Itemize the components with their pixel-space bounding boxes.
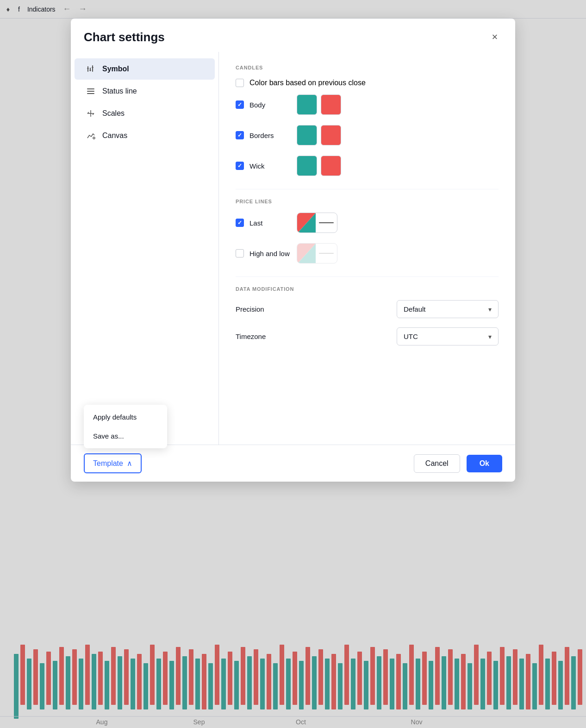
- candles-section: CANDLES Color bars based on previous clo…: [236, 65, 499, 176]
- high-low-swatch-line: [316, 253, 337, 254]
- apply-defaults-item[interactable]: Apply defaults: [84, 408, 167, 427]
- svg-rect-1: [90, 68, 91, 71]
- svg-point-13: [93, 137, 95, 139]
- svg-rect-4: [89, 70, 91, 71]
- last-swatch[interactable]: [297, 213, 337, 233]
- price-lines-section: PRICE LINES Last: [236, 199, 499, 264]
- last-label: Last: [249, 219, 291, 227]
- chart-settings-dialog: Chart settings × Symbol: [71, 19, 515, 482]
- dialog-footer: Apply defaults Save as... Template ∧ Can…: [71, 445, 515, 482]
- svg-rect-5: [92, 67, 94, 68]
- body-swatches: [297, 94, 341, 115]
- wick-checkbox[interactable]: [236, 162, 244, 170]
- borders-label: Borders: [249, 132, 291, 139]
- last-line-inner: [319, 222, 334, 223]
- wick-swatches: [297, 156, 341, 176]
- timezone-dropdown[interactable]: UTC ▾: [397, 327, 499, 345]
- sidebar: Symbol Status line: [71, 52, 219, 445]
- section-separator-2: [236, 276, 499, 277]
- borders-color-red[interactable]: [321, 125, 341, 145]
- last-swatch-color: [297, 213, 316, 232]
- high-low-swatch[interactable]: [297, 243, 337, 264]
- sidebar-label-symbol: Symbol: [102, 65, 129, 73]
- svg-rect-2: [92, 65, 93, 72]
- sidebar-label-scales: Scales: [102, 109, 125, 118]
- candles-section-label: CANDLES: [236, 65, 499, 70]
- last-checkbox[interactable]: [236, 219, 244, 227]
- footer-actions: Cancel Ok: [414, 454, 502, 473]
- body-label: Body: [249, 101, 291, 109]
- high-low-checkbox[interactable]: [236, 249, 244, 257]
- status-line-icon: [86, 86, 96, 96]
- sidebar-item-symbol[interactable]: Symbol: [75, 58, 215, 80]
- last-row: Last: [236, 213, 499, 233]
- save-as-item[interactable]: Save as...: [84, 427, 167, 446]
- template-button[interactable]: Template ∧: [84, 453, 142, 473]
- borders-color-green[interactable]: [297, 125, 317, 145]
- wick-color-red[interactable]: [321, 156, 341, 176]
- body-color-red[interactable]: [321, 94, 341, 115]
- template-label: Template: [93, 459, 123, 468]
- precision-row: Precision Default ▾: [236, 300, 499, 318]
- sidebar-item-scales[interactable]: Scales: [75, 103, 215, 124]
- precision-value: Default: [404, 305, 426, 313]
- main-content: CANDLES Color bars based on previous clo…: [219, 52, 515, 445]
- dialog-body: Symbol Status line: [71, 52, 515, 445]
- close-button[interactable]: ×: [487, 30, 502, 44]
- last-swatch-line: [316, 222, 337, 223]
- dialog-header: Chart settings ×: [71, 19, 515, 52]
- borders-row: Borders: [236, 125, 499, 145]
- precision-dropdown-arrow: ▾: [488, 306, 492, 313]
- timezone-row: Timezone UTC ▾: [236, 327, 499, 345]
- precision-dropdown[interactable]: Default ▾: [397, 300, 499, 318]
- timezone-dropdown-arrow: ▾: [488, 333, 492, 340]
- template-popup: Apply defaults Save as...: [84, 405, 167, 448]
- high-low-row: High and low: [236, 243, 499, 264]
- sidebar-item-status-line[interactable]: Status line: [75, 81, 215, 102]
- data-modification-section: DATA MODIFICATION Precision Default ▾ Ti…: [236, 286, 499, 345]
- svg-rect-0: [87, 66, 88, 72]
- borders-swatches: [297, 125, 341, 145]
- borders-checkbox[interactable]: [236, 131, 244, 139]
- svg-rect-8: [87, 93, 94, 94]
- high-low-swatch-color: [297, 244, 316, 263]
- precision-label: Precision: [236, 305, 291, 313]
- svg-rect-6: [87, 88, 94, 89]
- canvas-icon: [86, 131, 96, 141]
- cancel-button[interactable]: Cancel: [414, 454, 460, 473]
- body-color-green[interactable]: [297, 94, 317, 115]
- color-bars-checkbox[interactable]: [236, 79, 244, 87]
- ok-button[interactable]: Ok: [467, 455, 502, 472]
- svg-rect-3: [87, 68, 89, 69]
- dialog-title: Chart settings: [84, 30, 165, 44]
- body-checkbox[interactable]: [236, 100, 244, 109]
- timezone-label: Timezone: [236, 333, 291, 340]
- last-split-swatch: [297, 213, 316, 232]
- high-low-line-inner: [319, 253, 334, 254]
- wick-color-green[interactable]: [297, 156, 317, 176]
- body-row: Body: [236, 94, 499, 115]
- sidebar-item-canvas[interactable]: Canvas: [75, 125, 215, 146]
- symbol-icon: [86, 64, 96, 74]
- wick-label: Wick: [249, 162, 291, 170]
- scales-icon: [86, 108, 96, 119]
- timezone-value: UTC: [404, 333, 418, 340]
- color-bars-label: Color bars based on previous close: [249, 79, 366, 87]
- color-bars-row: Color bars based on previous close: [236, 79, 499, 87]
- sidebar-label-canvas: Canvas: [102, 132, 127, 140]
- svg-rect-7: [87, 91, 94, 92]
- price-lines-section-label: PRICE LINES: [236, 199, 499, 204]
- section-separator-1: [236, 189, 499, 189]
- wick-row: Wick: [236, 156, 499, 176]
- high-low-label: High and low: [249, 250, 291, 257]
- sidebar-label-status-line: Status line: [102, 87, 137, 95]
- template-arrow-icon: ∧: [127, 459, 132, 468]
- data-mod-section-label: DATA MODIFICATION: [236, 286, 499, 292]
- high-low-split: [297, 244, 316, 263]
